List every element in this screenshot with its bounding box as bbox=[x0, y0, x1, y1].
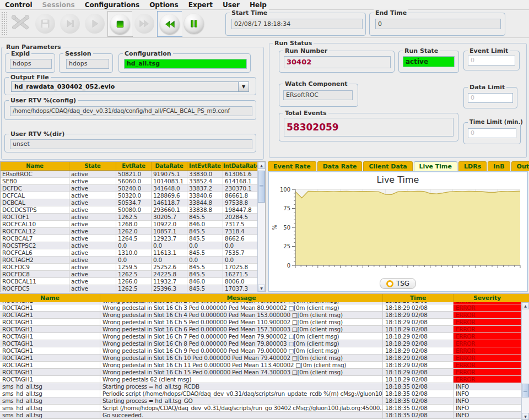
message-row[interactable]: sms_hd_all.tsgPeriodic script (/home/hdo… bbox=[0, 390, 521, 397]
scrollbar-thumb[interactable] bbox=[522, 384, 529, 397]
scrollbar-thumb[interactable] bbox=[258, 171, 265, 203]
chart-tabs: Event RateData RateClient DataLive TimeL… bbox=[268, 161, 528, 171]
severity-badge: ERROR bbox=[454, 354, 521, 361]
component-row[interactable]: ROCTAGH2active0.00.00.00.0 bbox=[1, 257, 265, 264]
scroll-up-icon[interactable]: ▲ bbox=[522, 302, 529, 309]
component-row[interactable]: ROCFCAL10active1268.010922.0846.07317.5 bbox=[1, 221, 265, 228]
chart-legend[interactable]: TSG bbox=[380, 278, 416, 289]
component-row[interactable]: DCFDCactive50240.0341648.033837.2230370.… bbox=[1, 185, 265, 192]
message-row[interactable]: ROCTAGH1Wrong pedestal in Slot 16 Ch 9 P… bbox=[0, 347, 521, 354]
component-row[interactable]: DCFCALactive50320.0128869.633840.686661.… bbox=[1, 192, 265, 199]
component-row[interactable]: ROCFCAL12active1262.010857.1845.57318.4 bbox=[1, 228, 265, 235]
event-limit-field[interactable]: 0 bbox=[468, 56, 515, 66]
tab-live-time[interactable]: Live Time bbox=[414, 161, 457, 171]
toolbar-drag-handle[interactable] bbox=[1, 12, 7, 35]
component-row[interactable]: ROCSTPSC2active0.00.00.00.0 bbox=[1, 242, 265, 249]
cell: Script (/home/hdops/CDAQ/daq_dev_v0.31/d… bbox=[100, 405, 383, 411]
message-row[interactable]: ROCTAGH1Wrong pedestal in Slot 16 Ch 15 … bbox=[0, 369, 521, 376]
watch-component-field[interactable]: ERsoftROC bbox=[283, 90, 353, 100]
scroll-up-icon[interactable]: ▲ bbox=[258, 162, 265, 169]
component-row[interactable]: DCBCALactive50534.7146118.733844.897538.… bbox=[1, 199, 265, 206]
component-row[interactable]: ROCFCAL6active1310.011613.1845.57535.7 bbox=[1, 249, 265, 257]
column-header-intevtrate[interactable]: IntEvtRate bbox=[187, 162, 223, 170]
column-header-evtrate[interactable]: EvtRate bbox=[116, 162, 152, 170]
menu-item-user[interactable]: User bbox=[218, 1, 245, 9]
toolbar: Start Time 02/08/17 18:18:34 End Time 0 bbox=[0, 10, 529, 38]
user-rtv-dir-field[interactable]: unset bbox=[10, 139, 252, 149]
component-row[interactable]: SEB0active56060.01014083.133852.4614168.… bbox=[1, 178, 265, 185]
expid-field[interactable]: hdops bbox=[10, 59, 52, 69]
reset-button[interactable] bbox=[157, 11, 182, 37]
tab-client-data[interactable]: Client Data bbox=[363, 161, 412, 171]
cell: Wrong pedestal in Slot 16 Ch 3 Ped 0.000… bbox=[100, 304, 383, 311]
message-row[interactable]: sms_hd_all.tsgStarting process = hd_all.… bbox=[0, 383, 521, 390]
cell: ROCTAGH1 bbox=[0, 354, 100, 361]
message-row[interactable]: sms_hd_all.tsgGo succeeded.18:18:35 02/0… bbox=[0, 412, 521, 419]
user-rtv-config-field[interactable]: /home/hdops/CDAQ/daq_dev_v0.31/daq/confi… bbox=[10, 106, 252, 116]
message-row[interactable]: ROCTAGH1Wrong pedestal in Slot 16 Ch 5 P… bbox=[0, 319, 521, 326]
menu-item-configurations[interactable]: Configurations bbox=[80, 1, 144, 9]
message-row[interactable]: ROCTAGH1Wrong pedestal in Slot 16 Ch 4 P… bbox=[0, 312, 521, 319]
message-row[interactable]: ROCTAGH1Wrong pedestal in Slot 16 Ch 7 P… bbox=[0, 333, 521, 340]
column-header-message[interactable]: Message bbox=[100, 294, 383, 302]
cell: 50821.0 bbox=[116, 171, 152, 177]
message-row[interactable]: ROCTAGH1Wrong pedestal in Slot 16 Ch 6 P… bbox=[0, 326, 521, 333]
component-row[interactable]: ROCBCAL11active1266.011932.7846.08006.0 bbox=[1, 278, 265, 285]
message-row[interactable]: ROCTAGH1Wrong pedestal in Slot 16 Ch 8 P… bbox=[0, 340, 521, 347]
output-file-dropdown-button[interactable]: ▼ bbox=[239, 81, 249, 92]
component-row[interactable]: ROCTOF1active1262.530205.7845.520284.5 bbox=[1, 214, 265, 221]
scroll-down-icon[interactable]: ▼ bbox=[258, 285, 265, 292]
message-row[interactable]: sms_hd_all.tsgStarting process = hd_all.… bbox=[0, 397, 521, 405]
component-row[interactable]: DCCDCSTPSactive50080.0293660.133838.8198… bbox=[1, 206, 265, 214]
menu-item-help[interactable]: Help bbox=[245, 1, 272, 9]
cell: ROCTAGH1 bbox=[0, 304, 100, 311]
severity-badge: ERROR bbox=[454, 319, 521, 325]
column-header-name[interactable]: Name bbox=[1, 162, 69, 170]
scroll-down-icon[interactable]: ▼ bbox=[522, 413, 529, 420]
component-row[interactable]: ROCBCAL7active1264.512923.7845.58662.6 bbox=[1, 235, 265, 242]
output-file-combobox[interactable]: hd_rawdata_030402_052.evio ▼ bbox=[11, 81, 249, 92]
tab-ldrs[interactable]: LDRs bbox=[458, 161, 487, 171]
start-time-field[interactable]: 02/08/17 18:18:34 bbox=[231, 19, 363, 29]
output-file-value[interactable]: hd_rawdata_030402_052.evio bbox=[11, 81, 239, 92]
configuration-field[interactable]: hd_all.tsg bbox=[124, 59, 247, 69]
pause-button[interactable] bbox=[182, 11, 206, 36]
cell: 1310.0 bbox=[116, 249, 152, 256]
data-limit-field[interactable]: 0 bbox=[468, 93, 513, 103]
menu-item-options[interactable]: Options bbox=[144, 1, 183, 9]
component-row[interactable]: ROCFDC5active1262.525396.3845.517037.3 bbox=[1, 285, 265, 292]
end-run-button[interactable] bbox=[107, 11, 133, 37]
time-limit-field[interactable]: 0 bbox=[468, 128, 516, 138]
message-row[interactable]: ROCTAGH1Wrong pedestals 62 (client msg)1… bbox=[0, 376, 521, 383]
column-header-intdatarate[interactable]: IntDataRate bbox=[223, 162, 258, 170]
cell: ROCTAGH2 bbox=[1, 257, 69, 263]
component-row[interactable]: ERsoftROCactive50821.0919075.133830.0613… bbox=[1, 171, 265, 178]
tab-event-rate[interactable]: Event Rate bbox=[268, 161, 316, 171]
message-row[interactable]: ROCTAGH1Wrong pedestal in Slot 16 Ch 11 … bbox=[0, 362, 521, 369]
message-table-scrollbar[interactable]: ▲ ▼ bbox=[521, 302, 529, 420]
watch-component-label: Watch Component bbox=[283, 80, 349, 88]
component-row[interactable]: ROCFDC9active1259.525252.6845.517025.8 bbox=[1, 264, 265, 271]
column-header-state[interactable]: State bbox=[69, 162, 116, 170]
cell: 10857.1 bbox=[152, 228, 187, 234]
column-header-severity[interactable]: Severity bbox=[454, 294, 521, 302]
message-row[interactable]: sms_hd_all.tsgScript (/home/hdops/CDAQ/d… bbox=[0, 405, 521, 412]
cell: sms_hd_all.tsg bbox=[0, 405, 100, 411]
menu-item-expert[interactable]: Expert bbox=[183, 1, 218, 9]
tab-outb[interactable]: OutB bbox=[511, 161, 529, 171]
cell: DCFDC bbox=[1, 185, 69, 192]
column-header-datarate[interactable]: DataRate bbox=[152, 162, 187, 170]
component-table-scrollbar[interactable]: ▲ ▼ bbox=[257, 162, 265, 292]
tab-data-rate[interactable]: Data Rate bbox=[317, 161, 363, 171]
total-events-label: Total Events bbox=[283, 110, 328, 117]
cell: ROCTOF1 bbox=[1, 214, 69, 220]
message-row[interactable]: ROCTAGH1Wrong pedestal in Slot 16 Ch 10 … bbox=[0, 354, 521, 362]
column-header-name[interactable]: Name bbox=[0, 294, 100, 302]
tab-inb[interactable]: InB bbox=[488, 161, 510, 171]
component-row[interactable]: ROCFDC8active1262.524225.8845.516271.5 bbox=[1, 271, 265, 278]
menu-item-control[interactable]: Control bbox=[0, 1, 37, 9]
column-header-time[interactable]: Time bbox=[383, 294, 454, 302]
message-row[interactable]: ROCTAGH1Wrong pedestal in Slot 16 Ch 3 P… bbox=[0, 304, 521, 312]
end-time-field[interactable]: 0 bbox=[375, 19, 501, 29]
session-field[interactable]: hdops bbox=[66, 59, 109, 69]
